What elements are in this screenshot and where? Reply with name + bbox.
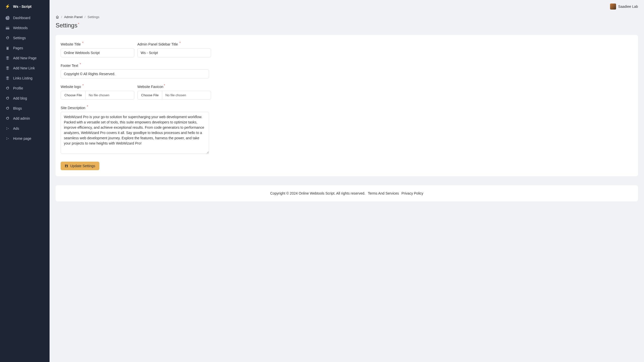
avatar xyxy=(610,4,616,10)
gear-icon xyxy=(6,86,10,90)
home-icon xyxy=(56,15,59,19)
breadcrumb-home[interactable] xyxy=(56,15,59,19)
gear-icon xyxy=(6,106,10,110)
svg-point-4 xyxy=(7,129,7,130)
sidebar-item-add-new-link[interactable]: Add New Link xyxy=(0,63,50,73)
sidebar-title-label: Admin Panel Sidebar Title * xyxy=(137,41,211,46)
sidebar-item-label: Add New Link xyxy=(13,66,35,70)
sidebar-item-home-page[interactable]: Home page xyxy=(0,133,50,144)
sidebar-item-blogs[interactable]: Blogs xyxy=(0,103,50,113)
svg-rect-0 xyxy=(6,27,9,29)
page-title-text: Settings xyxy=(56,22,77,29)
required-asterisk: * xyxy=(82,41,84,45)
website-favicon-placeholder: No file chosen xyxy=(162,91,211,99)
sidebar-item-dashboard[interactable]: Dashboard xyxy=(0,13,50,23)
required-asterisk: * xyxy=(80,62,81,66)
sidebar-item-add-blog[interactable]: Add blog xyxy=(0,93,50,103)
sidebar-item-label: Add New Page xyxy=(13,56,36,60)
layers-icon xyxy=(6,76,10,80)
breadcrumb-current: Settings xyxy=(88,15,99,19)
sidebar-item-label: Profile xyxy=(13,86,23,90)
sidebar-item-label: Ads xyxy=(13,126,19,130)
svg-point-5 xyxy=(7,138,7,138)
website-favicon-choose-button[interactable]: Choose File xyxy=(138,91,162,99)
main: Saadiee Lab / Admin Panel / Settings Set… xyxy=(50,0,644,362)
sidebar-item-label: Add admin xyxy=(13,116,30,120)
footer: Copyright © 2024 Online Webtools Script.… xyxy=(56,185,638,201)
sidebar-item-label: Links Listing xyxy=(13,76,32,80)
website-favicon-label: Website Favicon* xyxy=(137,83,211,89)
topbar-user[interactable]: Saadiee Lab xyxy=(610,4,638,10)
website-title-label: Website Title * xyxy=(61,41,134,46)
footer-text-input[interactable] xyxy=(61,69,209,78)
svg-point-7 xyxy=(7,139,7,140)
sidebar-item-links-listing[interactable]: Links Listing xyxy=(0,73,50,83)
website-title-input[interactable] xyxy=(61,48,134,57)
breadcrumb: / Admin Panel / Settings xyxy=(56,13,638,22)
sidebar-item-add-new-page[interactable]: Add New Page xyxy=(0,53,50,63)
gear-icon xyxy=(6,36,10,40)
breadcrumb-sep: / xyxy=(61,15,62,19)
content: / Admin Panel / Settings Settings* Websi… xyxy=(50,13,644,207)
website-logo-label: Website logo * xyxy=(61,83,134,89)
website-logo-input[interactable]: Choose File No file chosen xyxy=(61,91,134,100)
svg-rect-1 xyxy=(6,27,9,28)
sidebar-item-label: Blogs xyxy=(13,106,22,110)
update-settings-label: Update Settings xyxy=(70,164,95,168)
sidebar-item-label: Home page xyxy=(13,137,31,141)
required-asterisk: * xyxy=(87,105,88,108)
layers-icon xyxy=(6,66,10,70)
update-settings-button[interactable]: Update Settings xyxy=(61,162,99,170)
page-title: Settings* xyxy=(56,22,638,29)
sidebar: ⚡ Ws - Script Dashboard Webtools Setting… xyxy=(0,0,50,362)
user-name: Saadiee Lab xyxy=(618,5,638,9)
sidebar-item-ads[interactable]: Ads xyxy=(0,123,50,133)
card-icon xyxy=(6,26,10,30)
gear-icon xyxy=(6,96,10,100)
sidebar-item-add-admin[interactable]: Add admin xyxy=(0,113,50,123)
topbar: Saadiee Lab xyxy=(50,0,644,13)
pie-chart-icon xyxy=(6,16,10,20)
settings-card: Website Title * Admin Panel Sidebar Titl… xyxy=(56,35,638,176)
sidebar-title: Ws - Script xyxy=(13,5,31,9)
svg-point-2 xyxy=(7,127,7,128)
sidebar-item-webtools[interactable]: Webtools xyxy=(0,23,50,33)
website-logo-placeholder: No file chosen xyxy=(86,91,134,99)
dots-icon xyxy=(6,126,10,130)
sidebar-item-label: Dashboard xyxy=(13,16,30,20)
sidebar-item-label: Add blog xyxy=(13,96,27,100)
svg-point-3 xyxy=(8,128,9,129)
required-asterisk: * xyxy=(83,83,84,87)
sidebar-nav: Dashboard Webtools Settings Pages Add Ne… xyxy=(0,13,50,144)
site-description-label: Site Description * xyxy=(61,105,209,110)
sidebar-title-input[interactable] xyxy=(137,48,211,57)
footer-terms-link[interactable]: Terms And Services xyxy=(368,191,399,195)
sidebar-logo[interactable]: ⚡ Ws - Script xyxy=(0,0,50,13)
required-asterisk: * xyxy=(179,41,181,45)
footer-text-label: Footer Text * xyxy=(61,62,209,68)
breadcrumb-sep: / xyxy=(85,15,86,19)
required-asterisk: * xyxy=(164,83,165,87)
bolt-icon: ⚡ xyxy=(5,4,10,9)
sidebar-item-label: Pages xyxy=(13,46,23,50)
sidebar-item-settings[interactable]: Settings xyxy=(0,33,50,43)
breadcrumb-admin[interactable]: Admin Panel xyxy=(64,15,83,19)
gear-icon xyxy=(6,116,10,120)
sidebar-item-label: Webtools xyxy=(13,26,28,30)
website-logo-choose-button[interactable]: Choose File xyxy=(61,91,86,99)
svg-point-6 xyxy=(8,138,9,139)
trash-icon xyxy=(6,46,10,50)
sidebar-item-pages[interactable]: Pages xyxy=(0,43,50,53)
site-description-textarea[interactable]: WebWizard Pro is your go-to solution for… xyxy=(61,112,209,154)
sidebar-item-profile[interactable]: Profile xyxy=(0,83,50,93)
website-favicon-input[interactable]: Choose File No file chosen xyxy=(137,91,211,100)
dots-icon xyxy=(6,137,10,141)
save-icon xyxy=(65,164,68,168)
footer-privacy-link[interactable]: Privacy Policy xyxy=(401,191,423,195)
layers-icon xyxy=(6,56,10,60)
required-asterisk: * xyxy=(78,22,79,26)
sidebar-item-label: Settings xyxy=(13,36,26,40)
footer-copyright: Copyright © 2024 Online Webtools Script.… xyxy=(270,191,365,195)
